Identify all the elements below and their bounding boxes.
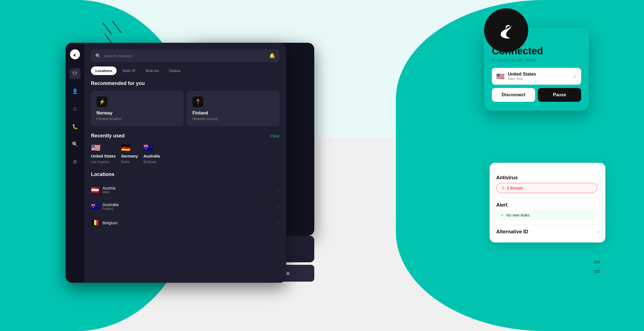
vpn-main-window: 🛡 👤 ⚠ 🐛 🔍 ⚙ 🔍 🔔 Locations Static IP Mult… <box>66 43 286 283</box>
tab-static-ip[interactable]: Static IP <box>118 66 140 75</box>
nearest-icon: 📍 <box>192 96 203 107</box>
mobile-country-name: United States <box>508 72 536 77</box>
sidebar-item-bug[interactable]: 🐛 <box>69 121 80 132</box>
recent-australia[interactable]: 🇦🇺 Australia Brisbane <box>143 143 160 164</box>
tab-locations[interactable]: Locations <box>91 66 117 75</box>
tab-bar: Locations Static IP Multi-iho Dedica <box>91 66 280 75</box>
sidebar-logo <box>70 49 80 59</box>
antivirus-card: Antivirus ⚠ 2 threats › Alert ✓ No new l… <box>490 163 605 242</box>
list-item-belgium[interactable]: 🇧🇪 Belgium ☆ <box>91 215 280 231</box>
sidebar: 🛡 👤 ⚠ 🐛 🔍 ⚙ <box>66 43 84 283</box>
alert-title: Alert <box>496 202 599 208</box>
mobile-flag-icon: 🇺🇸 <box>496 73 505 80</box>
mobile-button-row: Disconnect Pause <box>492 88 581 102</box>
sidebar-item-alert[interactable]: ⚠ <box>69 103 80 114</box>
australia-info: Australia Fastest <box>103 202 265 211</box>
list-item-australia[interactable]: 🇦🇺 Australia Fastest › ☆ <box>91 198 280 215</box>
sidebar-item-settings[interactable]: ⚙ <box>69 156 80 167</box>
sidebar-item-search[interactable]: 🔍 <box>69 139 80 150</box>
alternative-id-row[interactable]: Alternative ID › <box>496 225 599 235</box>
recent-de-name: Germany <box>121 154 138 158</box>
mobile-pause-button[interactable]: Pause <box>538 88 581 102</box>
warning-icon: ⚠ <box>501 185 505 191</box>
decorative-lines-right: ══ <box>594 257 600 276</box>
recommended-norway-name: Norway <box>96 111 178 116</box>
recent-us-name: United States <box>91 154 116 158</box>
recently-used-title: Recently used <box>91 133 125 139</box>
australia-city: Fastest <box>103 207 265 211</box>
austria-favorite-icon[interactable]: ☆ <box>276 187 280 193</box>
australia-favorite-icon[interactable]: ☆ <box>276 204 280 209</box>
check-icon: ✓ <box>501 212 504 218</box>
recent-us-city: Los Angeles <box>91 160 109 164</box>
antivirus-row[interactable]: Antivirus ⚠ 2 threats › <box>496 170 599 198</box>
recommended-norway-desc: Fastest location <box>96 117 178 121</box>
alt-id-title: Alternative ID <box>496 229 528 235</box>
recently-used-header: Recently used Clear <box>91 133 280 139</box>
austria-country: Austria <box>103 186 272 190</box>
tab-multi-hop[interactable]: Multi-iho <box>141 66 163 75</box>
belgium-favorite-icon[interactable]: ☆ <box>276 220 280 225</box>
recent-au-city: Brisbane <box>143 160 156 164</box>
austria-city: Wien <box>103 190 272 194</box>
alert-section: Alert ✓ No new leaks <box>496 202 599 220</box>
bell-icon[interactable]: 🔔 <box>269 53 275 59</box>
us-flag-icon: 🇺🇸 <box>91 143 101 152</box>
antivirus-chevron-icon: › <box>597 181 599 187</box>
recent-au-name: Australia <box>143 154 160 158</box>
tab-dedicated[interactable]: Dedica <box>165 66 184 75</box>
recent-us-la[interactable]: 🇺🇸 United States Los Angeles <box>91 143 116 164</box>
search-input[interactable] <box>104 54 266 58</box>
list-item-austria[interactable]: 🇦🇹 Austria Wien ☆ <box>91 182 280 198</box>
recommended-finland[interactable]: 📍 Finland Nearest country <box>187 91 280 126</box>
antivirus-title: Antivirus <box>496 175 597 181</box>
recent-germany[interactable]: 🇩🇪 Germany Berlin <box>121 143 138 164</box>
locations-list: 🇦🇹 Austria Wien ☆ 🇦🇺 Australia Fastest ›… <box>91 182 280 231</box>
alt-id-chevron-icon: › <box>597 229 599 235</box>
search-bar[interactable]: 🔍 🔔 <box>91 49 280 62</box>
recommended-grid: ⚡ Norway Fastest location 📍 Finland Near… <box>91 91 280 126</box>
austria-info: Austria Wien <box>103 186 272 194</box>
alert-row: Alert ✓ No new leaks <box>496 198 599 225</box>
recommended-title: Recommended for you <box>91 81 280 86</box>
threat-badge: ⚠ 2 threats <box>496 183 597 193</box>
recent-locations: 🇺🇸 United States Los Angeles 🇩🇪 Germany … <box>91 143 280 164</box>
recommended-norway[interactable]: ⚡ Norway Fastest location <box>91 91 184 126</box>
mobile-disconnect-button[interactable]: Disconnect <box>492 88 535 102</box>
threats-count: 2 threats <box>507 186 523 190</box>
location-pill[interactable]: 🇺🇸 United States New York ☆ <box>492 68 581 85</box>
au2-flag-icon: 🇦🇺 <box>91 203 99 210</box>
at-flag-icon: 🇦🇹 <box>91 186 99 194</box>
ip-address-label: IP address 62.197.149.69 <box>492 58 581 62</box>
alert-badge: ✓ No new leaks <box>496 210 599 220</box>
de-flag-icon: 🇩🇪 <box>121 143 131 152</box>
mobile-location-info: United States New York <box>508 72 536 81</box>
fastest-icon: ⚡ <box>96 96 108 107</box>
clear-button[interactable]: Clear <box>270 134 280 138</box>
belgium-country: Belgium <box>103 220 272 225</box>
sidebar-item-vpn[interactable]: 🛡 <box>69 68 80 79</box>
recommended-finland-name: Finland <box>192 111 274 116</box>
be-flag-icon: 🇧🇪 <box>91 219 99 226</box>
mobile-city-name: New York <box>508 77 536 81</box>
australia-chevron-icon: › <box>269 204 270 209</box>
recommended-finland-desc: Nearest country <box>192 117 274 121</box>
mobile-favorite-icon[interactable]: ☆ <box>572 73 577 79</box>
location-panel: 🔍 🔔 Locations Static IP Multi-iho Dedica… <box>84 43 286 283</box>
locations-title: Locations <box>91 172 280 177</box>
sidebar-item-antivirus[interactable]: 👤 <box>69 86 80 97</box>
surfshark-logo <box>484 8 528 52</box>
australia-country: Australia <box>103 202 265 207</box>
belgium-info: Belgium <box>103 220 272 225</box>
search-icon: 🔍 <box>95 53 101 58</box>
au-flag-icon: 🇦🇺 <box>143 143 153 152</box>
no-leaks-label: No new leaks <box>506 213 530 217</box>
recent-de-city: Berlin <box>121 160 130 164</box>
antivirus-section: Antivirus ⚠ 2 threats <box>496 175 597 193</box>
